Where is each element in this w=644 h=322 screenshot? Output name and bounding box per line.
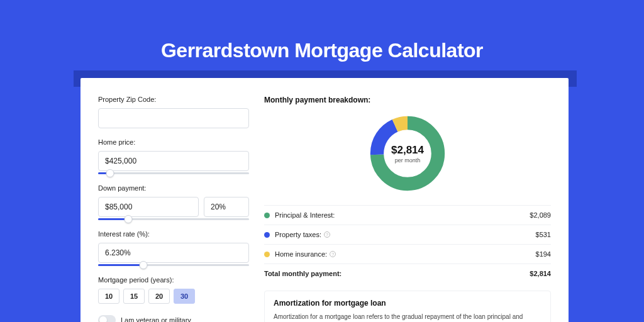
period-btn-20[interactable]: 20 [148, 289, 170, 304]
zip-input[interactable] [98, 108, 249, 128]
info-icon[interactable]: ? [330, 251, 336, 257]
donut-amount: $2,814 [391, 144, 424, 157]
legend-label-taxes: Property taxes: ? [275, 231, 536, 238]
mortgage-period-label: Mortgage period (years): [98, 276, 249, 284]
legend-dot-taxes [264, 232, 270, 238]
home-price-input[interactable] [98, 151, 249, 171]
interest-rate-label: Interest rate (%): [98, 230, 249, 238]
legend-label-principal: Principal & Interest: [275, 211, 530, 219]
field-down-payment: Down payment: [98, 184, 249, 220]
interest-rate-slider[interactable] [98, 264, 249, 266]
breakdown-panel: Monthly payment breakdown: $2,814 per mo… [264, 96, 551, 322]
veteran-toggle-row: I am veteran or military [98, 315, 249, 322]
legend-label-total: Total monthly payment: [264, 270, 530, 277]
amortization-box: Amortization for mortgage loan Amortizat… [264, 291, 551, 322]
legend-dot-insurance [264, 252, 270, 257]
veteran-toggle[interactable] [98, 315, 116, 322]
legend-row-taxes: Property taxes: ? $531 [264, 225, 551, 244]
period-btn-15[interactable]: 15 [123, 289, 145, 304]
legend-dot-principal [264, 213, 270, 218]
down-payment-slider[interactable] [98, 218, 249, 220]
mortgage-period-buttons: 10 15 20 30 [98, 289, 249, 304]
amortization-text: Amortization for a mortgage loan refers … [274, 313, 541, 322]
calculator-card: Property Zip Code: Home price: Down paym… [80, 78, 569, 322]
field-mortgage-period: Mortgage period (years): 10 15 20 30 [98, 276, 249, 304]
period-btn-30[interactable]: 30 [174, 289, 195, 304]
legend-row-principal: Principal & Interest: $2,089 [264, 205, 551, 225]
home-price-slider[interactable] [98, 172, 249, 174]
legend-value-principal: $2,089 [530, 211, 551, 219]
legend-value-insurance: $194 [536, 250, 551, 258]
home-price-slider-thumb[interactable] [106, 169, 114, 177]
down-payment-label: Down payment: [98, 184, 249, 192]
interest-rate-input[interactable] [98, 243, 249, 263]
form-panel: Property Zip Code: Home price: Down paym… [98, 96, 249, 322]
donut-chart-wrap: $2,814 per month [264, 113, 551, 194]
page-title: Gerrardstown Mortgage Calculator [0, 0, 644, 77]
legend-value-total: $2,814 [530, 270, 551, 277]
breakdown-title: Monthly payment breakdown: [264, 96, 551, 104]
field-zip: Property Zip Code: [98, 96, 249, 128]
zip-label: Property Zip Code: [98, 96, 249, 103]
donut-chart: $2,814 per month [367, 113, 448, 194]
down-payment-amount-input[interactable] [98, 197, 199, 217]
donut-caption: per month [395, 157, 421, 164]
down-payment-slider-thumb[interactable] [125, 215, 133, 223]
info-icon[interactable]: ? [324, 231, 330, 238]
down-payment-percent-input[interactable] [204, 197, 249, 217]
legend-row-total: Total monthly payment: $2,814 [264, 264, 551, 283]
legend-row-insurance: Home insurance: ? $194 [264, 244, 551, 264]
interest-rate-slider-thumb[interactable] [140, 261, 148, 269]
veteran-toggle-label: I am veteran or military [121, 316, 191, 322]
field-interest-rate: Interest rate (%): [98, 230, 249, 266]
field-home-price: Home price: [98, 138, 249, 174]
home-price-label: Home price: [98, 138, 249, 146]
legend-value-taxes: $531 [536, 231, 551, 238]
legend-label-insurance: Home insurance: ? [275, 250, 536, 258]
amortization-title: Amortization for mortgage loan [274, 299, 541, 308]
interest-rate-slider-fill [98, 264, 143, 266]
period-btn-10[interactable]: 10 [98, 289, 119, 304]
